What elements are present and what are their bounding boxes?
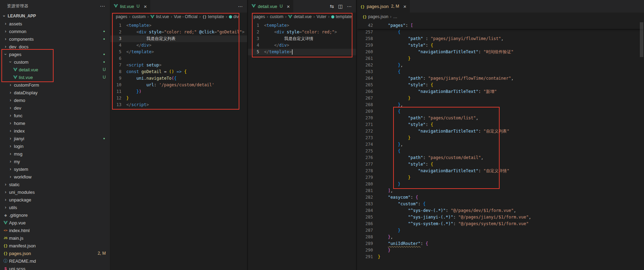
code-line[interactable]: 4 </div> xyxy=(110,42,247,49)
code-line[interactable]: 8const goDetail = () => { xyxy=(110,69,247,75)
split-editor-icon[interactable]: ◫ xyxy=(338,3,343,9)
code-line[interactable]: 277 "style": { xyxy=(357,161,644,168)
tree-folder-common[interactable]: ›common● xyxy=(0,27,110,35)
workspace-root[interactable]: › LEARUN_APP xyxy=(0,12,110,20)
code-editor[interactable]: 1<template>2 <div style="color: red;">3 … xyxy=(248,21,356,270)
code-line[interactable]: 260 "navigationBarTitleText": "时间组件验证" xyxy=(357,49,644,55)
tree-folder-dev_docs[interactable]: ›dev_docs xyxy=(0,43,110,50)
code-line[interactable]: 13</script> xyxy=(110,102,247,108)
code-line[interactable]: 1<template> xyxy=(248,22,356,29)
tree-folder-utils[interactable]: ›utils xyxy=(0,204,110,211)
code-line[interactable]: 284 "^sys-dev-(.*)": "@/pages/dev/$1/for… xyxy=(357,207,644,214)
code-line[interactable]: 283 "custom": { xyxy=(357,201,644,207)
code-line[interactable]: 264 "path": "pages/jianyi/flowTime/conta… xyxy=(357,75,644,82)
code-line[interactable]: 5</template> xyxy=(248,49,356,55)
code-line[interactable]: 10 url: '/pages/custom/detail' xyxy=(110,82,247,88)
close-icon[interactable]: × xyxy=(144,4,147,9)
tree-folder-assets[interactable]: ›assets xyxy=(0,20,110,27)
code-line[interactable]: 279 } xyxy=(357,174,644,181)
code-line[interactable]: 3 我是自定义详情 xyxy=(248,35,356,42)
code-line[interactable]: 12} xyxy=(110,95,247,102)
code-line[interactable]: 7<script setup> xyxy=(110,62,247,69)
code-line[interactable]: 282 "easycom": { xyxy=(357,194,644,201)
tree-file-README.md[interactable]: ⓘREADME.md xyxy=(0,257,110,265)
breadcrumb-item[interactable]: Vuter xyxy=(317,14,326,19)
code-editor[interactable]: 42 "pages": [257 {258 "path" : "pages/ji… xyxy=(357,21,644,270)
code-line[interactable]: 273 } xyxy=(357,135,644,141)
tree-folder-my[interactable]: ›my xyxy=(0,158,110,165)
tab-list-vue[interactable]: list.vue U × xyxy=(110,0,151,13)
code-line[interactable]: 285 "^sys-jianyi-(.*)": "@/pages/jianyi/… xyxy=(357,214,644,221)
tree-folder-components[interactable]: ›components● xyxy=(0,35,110,43)
tab-pages-json[interactable]: {} pages.json 2, M × xyxy=(357,0,410,13)
code-line[interactable]: 290 } xyxy=(357,247,644,254)
code-line[interactable]: 6 xyxy=(110,55,247,62)
tree-folder-customForm[interactable]: ›customForm xyxy=(0,81,110,89)
code-line[interactable]: 3 我是自定义列表 xyxy=(110,35,247,42)
code-line[interactable]: 278 "navigationBarTitleText": "自定义详情" xyxy=(357,168,644,174)
code-line[interactable]: 286 "^sys-system-(.*)": "@/pages/system/… xyxy=(357,221,644,227)
code-line[interactable]: 276 "path": "pages/custom/detail", xyxy=(357,154,644,161)
code-line[interactable]: 272 "navigationBarTitleText": "自定义列表" xyxy=(357,128,644,135)
breadcrumb-item[interactable]: div xyxy=(229,14,239,19)
tree-file-list.vue[interactable]: list.vueU xyxy=(0,73,110,81)
tree-folder-dev[interactable]: ›dev xyxy=(0,104,110,112)
tab-detail-vue[interactable]: detail.vue U × xyxy=(248,0,294,13)
tree-file-pages.json[interactable]: {}pages.json2, M xyxy=(0,249,110,257)
breadcrumb-item[interactable]: template xyxy=(331,14,352,19)
code-line[interactable]: 287 } xyxy=(357,227,644,234)
code-line[interactable]: 9 uni.navigateTo({ xyxy=(110,75,247,82)
code-line[interactable]: 280 } xyxy=(357,181,644,188)
breadcrumb-item[interactable]: Vue - Official xyxy=(174,14,198,19)
tree-folder-jianyi[interactable]: ›jianyi● xyxy=(0,135,110,142)
code-line[interactable]: 262 }, xyxy=(357,62,644,69)
tree-file-uni.scss[interactable]: Suni.scss xyxy=(0,265,110,270)
code-line[interactable]: 289 "uniIdRouter": { xyxy=(357,240,644,247)
code-line[interactable]: 266 "navigationBarTitleText": "新增" xyxy=(357,88,644,95)
code-line[interactable]: 265 "style": { xyxy=(357,82,644,88)
tree-folder-unpackage[interactable]: ›unpackage xyxy=(0,196,110,204)
more-actions-icon[interactable]: ⋯ xyxy=(347,3,352,9)
breadcrumb-item[interactable]: custom xyxy=(270,14,284,19)
tree-folder-workflow[interactable]: ›workflow xyxy=(0,173,110,181)
code-line[interactable]: 2 <div style="color: red;" @click="goDet… xyxy=(110,29,247,35)
breadcrumb-item[interactable]: pages xyxy=(254,14,265,19)
close-icon[interactable]: × xyxy=(403,4,406,9)
breadcrumb-item[interactable]: list.vue xyxy=(150,14,169,19)
tree-file-manifest.json[interactable]: {}manifest.json xyxy=(0,242,110,249)
code-line[interactable]: 269 { xyxy=(357,108,644,115)
tree-file-App.vue[interactable]: App.vue xyxy=(0,219,110,227)
code-editor[interactable]: 1<template>2 <div style="color: red;" @c… xyxy=(110,21,247,270)
tree-folder-custom[interactable]: ›custom● xyxy=(0,58,110,66)
scrollbar-thumb[interactable] xyxy=(640,22,643,57)
tree-file-main.js[interactable]: JSmain.js xyxy=(0,234,110,242)
tree-folder-home[interactable]: ›home xyxy=(0,119,110,127)
code-line[interactable]: 258 "path" : "pages/jianyi/flowTime/list… xyxy=(357,35,644,42)
code-line[interactable]: 291} xyxy=(357,254,644,260)
code-line[interactable]: 267 } xyxy=(357,95,644,102)
tree-folder-uni_modules[interactable]: ›uni_modules xyxy=(0,188,110,196)
code-line[interactable]: 274 }, xyxy=(357,141,644,148)
code-line[interactable]: 2 <div style="color: red;"> xyxy=(248,29,356,35)
breadcrumb-item[interactable]: {}template xyxy=(202,14,224,19)
tree-folder-pages[interactable]: ›pages● xyxy=(0,50,110,58)
tree-folder-dataDisplay[interactable]: ›dataDisplay xyxy=(0,89,110,96)
code-line[interactable]: 268 }, xyxy=(357,102,644,108)
code-line[interactable]: 5</template> xyxy=(110,49,247,55)
code-line[interactable]: 271 "style": { xyxy=(357,121,644,128)
tree-file-detail.vue[interactable]: detail.vueU xyxy=(0,66,110,73)
tree-folder-func[interactable]: ›func xyxy=(0,112,110,119)
tree-folder-static[interactable]: ›static xyxy=(0,181,110,188)
code-line[interactable]: 11 }) xyxy=(110,88,247,95)
tree-file-.gitignore[interactable]: ◆.gitignore xyxy=(0,211,110,219)
code-line[interactable]: 288 }, xyxy=(357,234,644,240)
more-actions-icon[interactable]: ⋯ xyxy=(100,3,105,9)
code-line[interactable]: 4 </div> xyxy=(248,42,356,49)
breadcrumb-item[interactable]: custom xyxy=(132,14,146,19)
code-line[interactable]: 261 } xyxy=(357,55,644,62)
code-line[interactable]: 270 "path": "pages/custom/list", xyxy=(357,115,644,121)
code-line[interactable]: 275 { xyxy=(357,148,644,154)
open-changes-icon[interactable]: ⇆ xyxy=(330,3,334,9)
tree-folder-msg[interactable]: ›msg xyxy=(0,150,110,158)
code-line[interactable]: 42 "pages": [ xyxy=(357,22,644,29)
